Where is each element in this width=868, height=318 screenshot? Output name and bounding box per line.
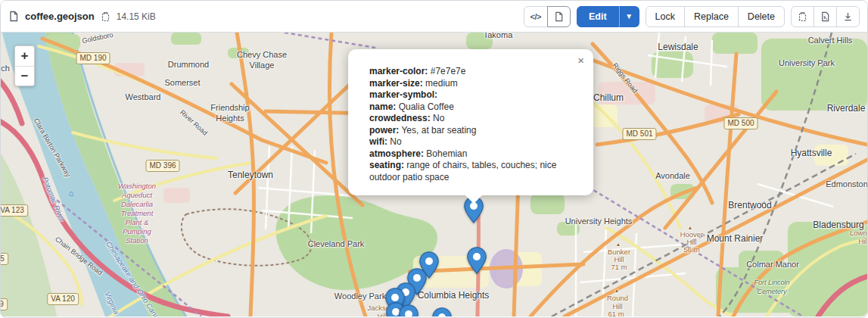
- popup-field: atmosphere: Bohemian: [369, 148, 565, 161]
- map-label: Riverdale: [827, 103, 866, 114]
- poi-icon: ⌂: [69, 189, 74, 198]
- popup-field: wifi: No: [369, 136, 565, 148]
- map-label: Village: [250, 61, 275, 70]
- map-label: Takoma: [484, 33, 513, 39]
- map-label: Tenleytown: [228, 170, 273, 180]
- map-label: University Park: [779, 58, 835, 67]
- popup-field: crowdedness: No: [369, 113, 565, 125]
- map-label: Round: [607, 294, 628, 302]
- file-utility-group: [791, 6, 860, 27]
- map-label: Somerset: [164, 78, 200, 87]
- map-label: 71 m: [611, 263, 627, 271]
- map-label: Colmar Manor: [746, 260, 799, 269]
- download-icon: [843, 11, 853, 22]
- map-label: Brentwood: [728, 200, 771, 210]
- map-label: Hyattsville: [791, 148, 832, 158]
- map-label: Chevy Chase: [237, 50, 287, 59]
- map-label: Lowndes: [850, 229, 867, 237]
- view-code-button[interactable]: </>: [524, 6, 548, 27]
- map-marker[interactable]: [399, 304, 418, 316]
- popup-field: marker-color: #7e7e7e: [369, 66, 565, 78]
- feature-popup: × marker-color: #7e7e7emarker-size: medi…: [348, 49, 593, 195]
- map-label: Washington: [118, 182, 156, 190]
- map-label: Aqueduct: [122, 191, 152, 199]
- map-label: Drummond: [168, 60, 209, 69]
- map-label: Treatment: [121, 209, 154, 217]
- map-label: Fort Lincoln: [754, 279, 789, 286]
- map-label: Plant &: [126, 218, 149, 226]
- file-size: 14.15 KiB: [117, 11, 156, 22]
- delete-button[interactable]: Delete: [738, 6, 785, 27]
- edit-dropdown-button[interactable]: ▼: [619, 6, 639, 27]
- clipboard-icon: [798, 11, 807, 22]
- view-toggle-group: </>: [524, 6, 571, 27]
- map-label: Hill: [858, 237, 867, 245]
- copy-contents-button[interactable]: [791, 6, 814, 27]
- map-label: Edmonston: [826, 179, 867, 189]
- zoom-control: + −: [14, 45, 35, 86]
- map-label: ch: [1, 64, 10, 73]
- edit-button[interactable]: Edit: [577, 6, 619, 27]
- map-label: Cleveland Park: [308, 239, 365, 248]
- map-label: Heights: [216, 114, 244, 123]
- map-label: Calvert Hills: [808, 36, 853, 45]
- map-label: ▲: [614, 288, 620, 293]
- file-viewer-widget: coffee.geojson 14.15 KiB </>: [0, 0, 868, 318]
- code-icon: </>: [530, 12, 541, 21]
- road-shield: 5: [1, 253, 8, 265]
- close-icon[interactable]: ×: [577, 54, 584, 67]
- file-info: coffee.geojson 14.15 KiB: [8, 11, 518, 22]
- map-label: Mount Rainier: [707, 233, 764, 244]
- download-button[interactable]: [836, 6, 860, 27]
- map-label: University Heights: [565, 217, 633, 226]
- file-actions-group: Lock Replace Delete: [646, 6, 785, 27]
- file-header: coffee.geojson 14.15 KiB </>: [1, 1, 867, 33]
- zoom-out-button[interactable]: −: [15, 66, 34, 86]
- zoom-in-button[interactable]: +: [15, 46, 34, 66]
- map-label: 56 m: [683, 245, 699, 254]
- chevron-down-icon: ▼: [625, 12, 633, 20]
- map-marker[interactable]: [432, 307, 452, 316]
- view-rendered-button[interactable]: [547, 6, 571, 27]
- map-canvas[interactable]: ⌂ × marker-color: #7e7e7emarker-size: me…: [1, 33, 867, 316]
- document-icon: [554, 11, 564, 22]
- road-shield: VA 123: [1, 204, 28, 217]
- edit-split-button: Edit ▼: [577, 6, 639, 27]
- map-label: Avondale: [655, 171, 690, 180]
- popup-field: power: Yes, at bar seating: [369, 125, 565, 137]
- popup-field: seating: range of chairs, tables, couche…: [369, 160, 565, 183]
- road-shield: MD 190: [76, 52, 110, 64]
- replace-button[interactable]: Replace: [684, 6, 739, 27]
- raw-file-button[interactable]: [814, 6, 837, 27]
- road-shield: MD 500: [723, 117, 758, 129]
- road-shield: VA 120: [47, 293, 79, 305]
- popup-field: marker-size: medium: [369, 78, 565, 90]
- raw-file-icon: [820, 11, 830, 22]
- road-shield: MD 396: [145, 160, 179, 172]
- copy-path-icon[interactable]: [101, 11, 110, 22]
- map-label: Westbard: [126, 92, 161, 101]
- popup-fields: marker-color: #7e7e7emarker-size: medium…: [369, 66, 565, 183]
- file-name: coffee.geojson: [25, 11, 95, 22]
- map-label: ▲: [616, 242, 621, 247]
- lock-button[interactable]: Lock: [646, 6, 685, 27]
- map-label: Lewisdale: [658, 42, 698, 52]
- map-label: Station: [126, 236, 148, 245]
- popup-field: name: Qualia Coffee: [369, 101, 565, 114]
- map-label: Woodley Park: [334, 292, 386, 301]
- popup-field: marker-symbol:: [369, 89, 565, 101]
- file-icon: [8, 11, 19, 22]
- map-label: Pumping: [123, 227, 151, 235]
- map-label: ▲: [688, 225, 693, 230]
- map-label: Chillum: [593, 92, 624, 103]
- map-marker[interactable]: [467, 247, 487, 274]
- map-label: Columbia Heights: [418, 290, 490, 301]
- map-label: Cemetery: [757, 288, 786, 295]
- map-label: Friendship: [210, 103, 249, 112]
- road-shield: 9: [1, 298, 8, 310]
- map-label: Dalecarlia: [121, 200, 153, 208]
- road-shield: MD 501: [622, 128, 656, 140]
- map-label: 61 m: [608, 310, 624, 317]
